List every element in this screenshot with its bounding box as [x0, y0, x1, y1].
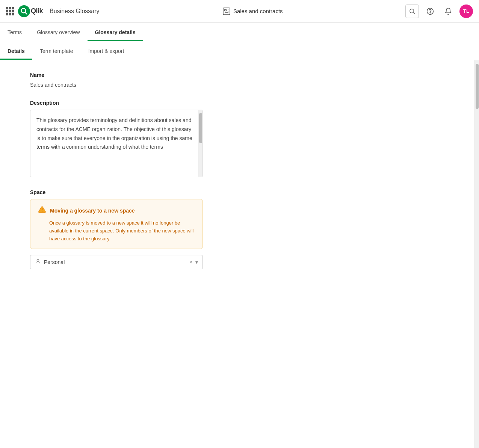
space-label: Space: [30, 189, 444, 195]
warning-body: Once a glossary is moved to a new space …: [38, 219, 195, 243]
warning-header: Moving a glossary to a new space: [38, 205, 195, 216]
description-box[interactable]: This glossary provides terminology and d…: [30, 110, 203, 177]
brand: Qlik Business Glossary: [6, 5, 100, 17]
user-avatar[interactable]: TL: [459, 5, 473, 18]
description-scrollbar[interactable]: [198, 110, 202, 177]
page-scrollbar[interactable]: [474, 60, 479, 448]
description-field-section: Description This glossary provides termi…: [30, 100, 444, 177]
name-value: Sales and contracts: [30, 82, 444, 88]
navbar-actions: TL: [405, 5, 473, 18]
space-dropdown-value: Personal: [44, 259, 189, 265]
svg-line-1: [25, 12, 27, 14]
page-scrollbar-thumb: [476, 64, 479, 109]
warning-title: Moving a glossary to a new space: [50, 208, 135, 214]
svg-rect-2: [223, 8, 230, 15]
app-title: Business Glossary: [50, 8, 100, 15]
glossary-name: Sales and contracts: [233, 8, 283, 14]
svg-line-6: [413, 12, 415, 14]
description-text: This glossary provides terminology and d…: [36, 117, 192, 150]
space-field-section: Space Moving a glossary to a new space O…: [30, 189, 444, 269]
secondary-nav: Details Term template Import & export: [0, 41, 479, 60]
tab-glossary-overview[interactable]: Glossary overview: [29, 29, 87, 41]
description-label: Description: [30, 100, 444, 106]
primary-nav: Terms Glossary overview Glossary details: [0, 23, 479, 41]
space-dropdown-person-icon: [35, 258, 41, 266]
warning-box: Moving a glossary to a new space Once a …: [30, 199, 203, 249]
tab-glossary-details[interactable]: Glossary details: [88, 29, 143, 41]
tab-details[interactable]: Details: [0, 48, 32, 60]
main-wrapper: Name Sales and contracts Description Thi…: [0, 60, 479, 448]
svg-point-4: [225, 9, 225, 10]
main-content: Name Sales and contracts Description Thi…: [0, 60, 474, 448]
description-scrollbar-thumb: [199, 113, 202, 143]
space-dropdown-actions: × ▾: [189, 259, 198, 265]
help-button[interactable]: [423, 5, 437, 18]
notifications-button[interactable]: [441, 5, 455, 18]
navbar-center: Sales and contracts: [106, 7, 399, 16]
svg-point-11: [37, 259, 39, 261]
name-label: Name: [30, 72, 444, 78]
svg-point-10: [42, 211, 42, 212]
qlik-logo[interactable]: Qlik: [18, 5, 43, 17]
space-dropdown[interactable]: Personal × ▾: [30, 255, 203, 269]
name-field-section: Name Sales and contracts: [30, 72, 444, 88]
tab-import-export[interactable]: Import & export: [81, 48, 132, 60]
warning-icon: [38, 205, 46, 216]
search-button[interactable]: [405, 5, 419, 18]
qlik-wordmark: Qlik: [31, 7, 43, 15]
tab-terms[interactable]: Terms: [0, 29, 29, 41]
space-dropdown-clear-button[interactable]: ×: [189, 259, 192, 265]
tab-term-template[interactable]: Term template: [32, 48, 81, 60]
apps-grid-icon[interactable]: [6, 7, 14, 15]
glossary-indicator: Sales and contracts: [222, 7, 283, 16]
space-dropdown-chevron-icon[interactable]: ▾: [195, 259, 198, 265]
navbar: Qlik Business Glossary Sales and contrac…: [0, 0, 479, 23]
svg-point-8: [430, 12, 431, 13]
svg-point-5: [410, 9, 414, 13]
